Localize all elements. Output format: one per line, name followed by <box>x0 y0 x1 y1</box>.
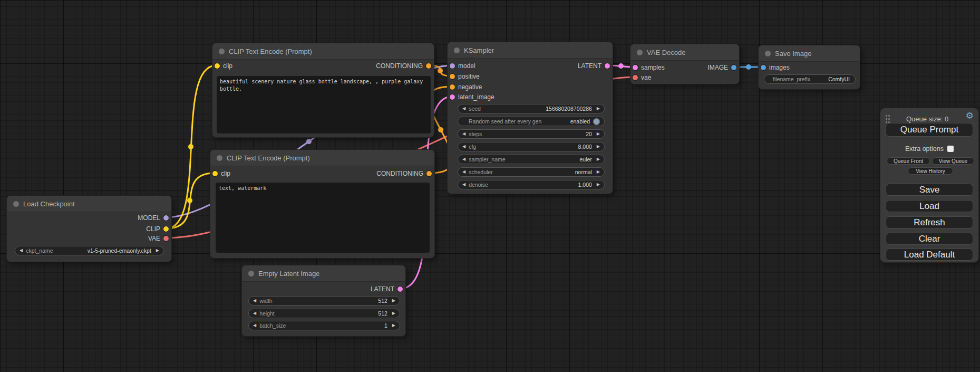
model-input-dot[interactable] <box>450 63 455 69</box>
collapse-dot-icon[interactable] <box>217 155 222 161</box>
toggle-icon[interactable] <box>593 118 600 125</box>
images-input-dot[interactable] <box>761 65 766 70</box>
node-title-bar[interactable]: CLIP Text Encode (Prompt) <box>212 43 434 60</box>
wire-midpoint-dot[interactable] <box>746 64 751 70</box>
right-arrow-icon[interactable]: ▶ <box>597 170 600 174</box>
left-arrow-icon[interactable]: ◀ <box>462 157 465 161</box>
seed-widget[interactable]: ◀ seed 156680208700286 ▶ <box>458 104 605 113</box>
save-button[interactable]: Save <box>886 184 973 196</box>
model-output-dot[interactable] <box>163 215 169 221</box>
wire-midpoint-dot[interactable] <box>438 68 443 73</box>
right-arrow-icon[interactable]: ▶ <box>392 311 395 316</box>
wire-midpoint-dot[interactable] <box>187 198 192 203</box>
node-title-bar[interactable]: Save Image <box>759 45 860 62</box>
left-arrow-icon[interactable]: ◀ <box>462 183 465 187</box>
load-button[interactable]: Load <box>886 200 973 212</box>
height-widget[interactable]: ◀ height 512 ▶ <box>248 309 400 318</box>
collapse-dot-icon[interactable] <box>765 51 771 56</box>
filename-prefix-widget[interactable]: filename_prefix ComfyUI <box>764 74 856 84</box>
collapse-dot-icon[interactable] <box>454 47 460 53</box>
wire-midpoint-dot[interactable] <box>438 127 443 132</box>
collapse-dot-icon[interactable] <box>13 201 19 207</box>
left-arrow-icon[interactable]: ◀ <box>253 323 256 328</box>
latent-output-dot[interactable] <box>605 63 610 69</box>
wire-midpoint-dot[interactable] <box>306 139 312 144</box>
queue-prompt-button[interactable]: Queue Prompt <box>886 123 973 137</box>
drag-handle-icon[interactable] <box>886 115 887 117</box>
left-arrow-icon[interactable]: ◀ <box>253 299 256 303</box>
node-clip-text-encode-positive[interactable]: CLIP Text Encode (Prompt) clip CONDITION… <box>212 43 434 138</box>
refresh-button[interactable]: Refresh <box>886 216 973 228</box>
latent-image-input-dot[interactable] <box>450 94 455 100</box>
batch-size-widget[interactable]: ◀ batch_size 1 ▶ <box>248 321 400 330</box>
node-title: CLIP Text Encode (Prompt) <box>227 154 310 162</box>
clip-output-dot[interactable] <box>163 226 169 232</box>
gear-icon[interactable]: ⚙ <box>966 111 974 120</box>
clip-input-dot[interactable] <box>215 63 220 69</box>
right-arrow-icon[interactable]: ▶ <box>597 132 600 136</box>
left-arrow-icon[interactable]: ◀ <box>462 145 465 149</box>
right-arrow-icon[interactable]: ▶ <box>597 107 600 111</box>
node-ksampler[interactable]: KSampler model positive negative latent_… <box>447 42 613 194</box>
extra-options-checkbox[interactable] <box>947 146 954 152</box>
clear-button[interactable]: Clear <box>886 233 973 245</box>
node-title-bar[interactable]: KSampler <box>448 42 613 59</box>
left-arrow-icon[interactable]: ◀ <box>462 170 465 174</box>
right-arrow-icon[interactable]: ▶ <box>392 323 395 328</box>
positive-input-dot[interactable] <box>450 74 455 79</box>
view-history-button[interactable]: View History <box>908 167 953 175</box>
right-arrow-icon[interactable]: ▶ <box>156 249 159 253</box>
left-arrow-icon[interactable]: ◀ <box>20 249 23 253</box>
node-title-bar[interactable]: CLIP Text Encode (Prompt) <box>210 150 434 166</box>
node-title-bar[interactable]: VAE Decode <box>630 44 739 61</box>
ckpt-name-widget[interactable]: ◀ ckpt_name v1-5-pruned-emaonly.ckpt ▶ <box>15 246 164 255</box>
widget-value: ComfyUI <box>828 76 850 82</box>
random-seed-widget[interactable]: Random seed after every gen enabled <box>458 117 605 126</box>
queue-front-button[interactable]: Queue Front <box>887 157 930 165</box>
width-widget[interactable]: ◀ width 512 ▶ <box>248 296 400 306</box>
steps-widget[interactable]: ◀ steps 20 ▶ <box>458 129 605 139</box>
node-title-bar[interactable]: Load Checkpoint <box>7 196 171 212</box>
node-graph-canvas[interactable]: Load Checkpoint MODEL CLIP VAE ◀ ckpt_na… <box>0 0 980 372</box>
left-arrow-icon[interactable]: ◀ <box>253 311 256 316</box>
collapse-dot-icon[interactable] <box>219 49 225 54</box>
right-arrow-icon[interactable]: ▶ <box>597 157 600 161</box>
prompt-textarea[interactable]: text, watermark <box>216 183 430 253</box>
prompt-textarea[interactable]: beautiful scenery nature glass bottle la… <box>217 76 431 133</box>
conditioning-output-dot[interactable] <box>426 63 431 69</box>
conditioning-output-dot[interactable] <box>426 171 432 176</box>
vae-input-dot[interactable] <box>633 75 638 80</box>
node-load-checkpoint[interactable]: Load Checkpoint MODEL CLIP VAE ◀ ckpt_na… <box>6 195 172 262</box>
left-arrow-icon[interactable]: ◀ <box>462 107 465 111</box>
widget-label: Random seed after every gen <box>469 118 541 125</box>
negative-input-dot[interactable] <box>450 84 455 90</box>
clip-input-dot[interactable] <box>212 171 218 176</box>
load-default-button[interactable]: Load Default <box>886 249 973 261</box>
node-title: VAE Decode <box>647 49 685 56</box>
image-output-dot[interactable] <box>731 65 736 70</box>
sampler-name-widget[interactable]: ◀ sampler_name euler ▶ <box>458 155 605 164</box>
node-title-bar[interactable]: Empty Latent Image <box>242 265 405 282</box>
input-label: clip <box>221 170 230 177</box>
node-save-image[interactable]: Save Image images filename_prefix ComfyU… <box>758 45 860 90</box>
node-empty-latent-image[interactable]: Empty Latent Image LATENT ◀ width 512 ▶ … <box>241 265 406 337</box>
vae-output-dot[interactable] <box>163 236 169 241</box>
collapse-dot-icon[interactable] <box>248 271 254 276</box>
right-arrow-icon[interactable]: ▶ <box>392 299 395 303</box>
right-arrow-icon[interactable]: ▶ <box>597 183 600 187</box>
cfg-widget[interactable]: ◀ cfg 8.000 ▶ <box>458 142 605 151</box>
widget-label: ckpt_name <box>26 247 53 254</box>
view-queue-button[interactable]: View Queue <box>932 157 974 165</box>
right-arrow-icon[interactable]: ▶ <box>597 145 600 149</box>
scheduler-widget[interactable]: ◀ scheduler normal ▶ <box>458 167 605 177</box>
input-label: images <box>769 64 790 71</box>
samples-input-dot[interactable] <box>633 65 638 70</box>
left-arrow-icon[interactable]: ◀ <box>462 132 465 136</box>
node-clip-text-encode-negative[interactable]: CLIP Text Encode (Prompt) clip CONDITION… <box>210 149 435 259</box>
wire-midpoint-dot[interactable] <box>618 63 624 69</box>
wire-midpoint-dot[interactable] <box>188 144 193 149</box>
node-vae-decode[interactable]: VAE Decode samples vae IMAGE <box>630 44 740 84</box>
denoise-widget[interactable]: ◀ denoise 1.000 ▶ <box>458 180 605 189</box>
latent-output-dot[interactable] <box>397 287 403 292</box>
collapse-dot-icon[interactable] <box>637 50 643 55</box>
